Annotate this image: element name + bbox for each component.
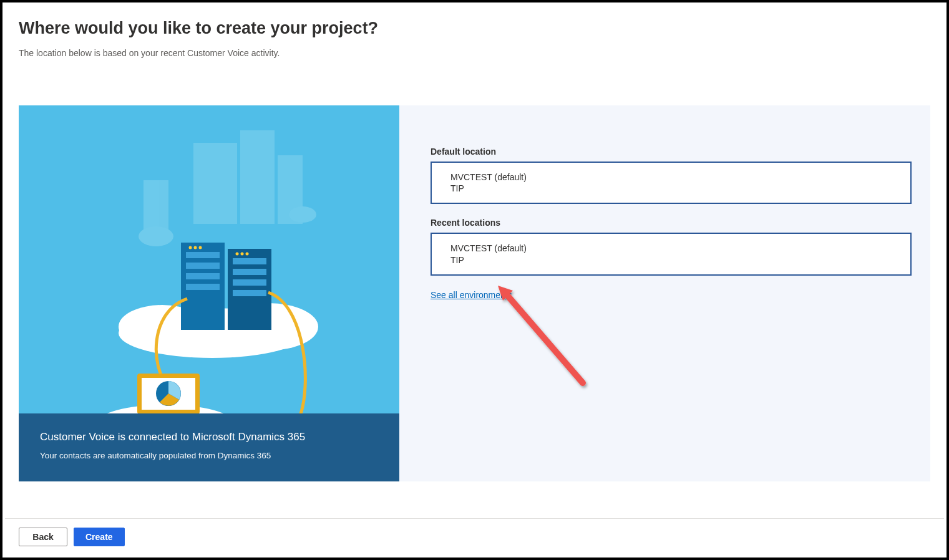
svg-rect-16 bbox=[233, 258, 266, 264]
svg-rect-15 bbox=[186, 284, 220, 290]
svg-rect-17 bbox=[233, 269, 266, 275]
recent-location-sub: TIP bbox=[450, 254, 892, 266]
info-banner: Customer Voice is connected to Microsoft… bbox=[19, 413, 399, 481]
svg-point-25 bbox=[246, 253, 249, 256]
svg-point-21 bbox=[194, 246, 197, 249]
back-button[interactable]: Back bbox=[19, 528, 67, 546]
svg-rect-14 bbox=[186, 273, 220, 279]
footer-bar: Back Create bbox=[5, 518, 944, 555]
info-banner-text: Your contacts are automatically populate… bbox=[40, 451, 378, 460]
svg-rect-12 bbox=[186, 252, 220, 258]
svg-point-22 bbox=[199, 246, 202, 249]
page-subtitle: The location below is based on your rece… bbox=[19, 48, 930, 58]
svg-rect-4 bbox=[144, 180, 168, 230]
svg-point-6 bbox=[289, 206, 316, 223]
svg-rect-18 bbox=[233, 279, 266, 286]
svg-point-20 bbox=[189, 246, 192, 249]
default-location-name: MVCTEST (default) bbox=[450, 171, 892, 183]
svg-rect-1 bbox=[193, 143, 237, 224]
recent-locations-label: Recent locations bbox=[431, 218, 912, 228]
svg-point-5 bbox=[139, 226, 173, 246]
svg-rect-19 bbox=[233, 290, 266, 296]
svg-rect-2 bbox=[240, 130, 275, 224]
right-panel: Default location MVCTEST (default) TIP R… bbox=[399, 105, 930, 481]
default-location-card[interactable]: MVCTEST (default) TIP bbox=[431, 162, 912, 204]
see-all-environments-link[interactable]: See all environments bbox=[431, 290, 512, 300]
recent-location-card[interactable]: MVCTEST (default) TIP bbox=[431, 233, 912, 275]
left-panel: Customer Voice is connected to Microsoft… bbox=[19, 105, 399, 481]
info-banner-title: Customer Voice is connected to Microsoft… bbox=[40, 431, 378, 443]
svg-rect-13 bbox=[186, 263, 220, 269]
default-location-sub: TIP bbox=[450, 183, 892, 194]
svg-point-24 bbox=[241, 253, 244, 256]
recent-location-name: MVCTEST (default) bbox=[450, 243, 892, 254]
page-title: Where would you like to create your proj… bbox=[19, 19, 930, 38]
svg-point-23 bbox=[236, 253, 239, 256]
cloud-illustration bbox=[19, 105, 399, 413]
create-button[interactable]: Create bbox=[74, 528, 125, 546]
default-location-label: Default location bbox=[431, 147, 912, 157]
